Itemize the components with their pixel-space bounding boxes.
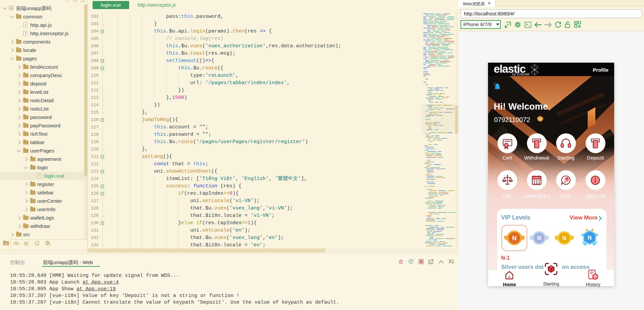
svg-text:?: ? [566, 177, 568, 182]
svg-text:N: N [588, 235, 592, 241]
svg-text:N: N [512, 235, 517, 242]
svg-text:N: N [537, 235, 541, 241]
svg-text:N: N [562, 235, 567, 241]
svg-text:N: N [539, 117, 541, 121]
